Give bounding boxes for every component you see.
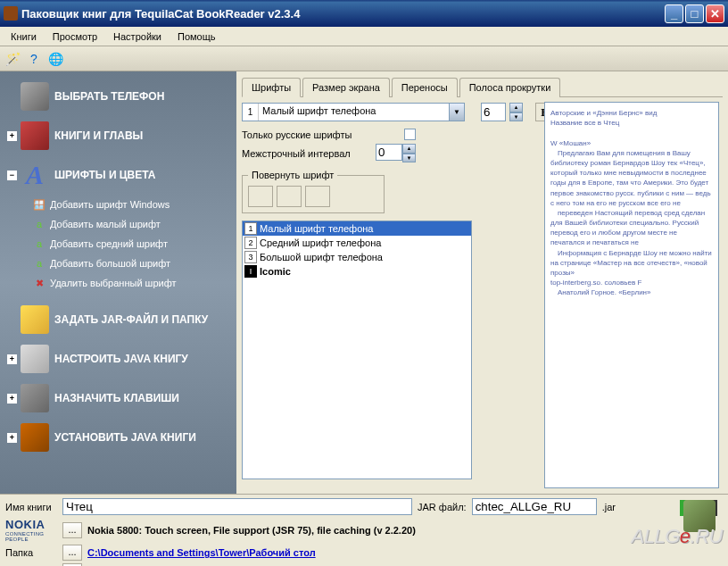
font-list-item[interactable]: 2 Средний шрифт телефона — [243, 236, 471, 250]
expand-icon[interactable]: + — [7, 433, 17, 443]
windows-icon: 🪟 — [32, 197, 46, 212]
sidebar-sub-delete-font[interactable]: ✖ Удалить выбранный шрифт — [0, 273, 236, 293]
preview-line: Авторские и «Дэнни Бернс» вид — [550, 108, 713, 118]
font-badge: 1 — [244, 222, 257, 235]
phone-browse-button[interactable]: ... — [62, 522, 82, 538]
tab-hyphenation[interactable]: Переносы — [392, 78, 458, 97]
books-icon — [21, 121, 49, 150]
toolbar-world-icon[interactable]: 🌐 — [46, 50, 64, 68]
expand-icon[interactable]: + — [7, 131, 17, 141]
book-name-label: Имя книги — [5, 502, 57, 512]
expand-icon[interactable]: + — [7, 354, 17, 364]
install-icon — [21, 423, 49, 452]
jar-name-input[interactable] — [472, 498, 597, 515]
rotate-option-2[interactable] — [277, 186, 302, 207]
toolbar-help-icon[interactable]: ? — [25, 50, 43, 68]
book-name-input[interactable] — [62, 498, 412, 515]
line-spacing-spinner[interactable]: ▲▼ — [402, 144, 416, 162]
only-russian-checkbox[interactable] — [404, 129, 416, 140]
tab-scrollbar[interactable]: Полоса прокрутки — [459, 78, 561, 97]
jar-label: JAR файл: — [418, 502, 467, 512]
sidebar-sub-add-large-font[interactable]: a Добавить большой шрифт — [0, 254, 236, 273]
sidebar-item-install[interactable]: + УСТАНОВИТЬ JAVA КНИГИ — [0, 418, 236, 457]
sidebar-item-books[interactable]: + КНИГИ И ГЛАВЫ — [0, 116, 236, 155]
font-dropdown[interactable]: 1 Малый шрифт телефона ▼ — [242, 103, 465, 121]
font-size-spinner[interactable]: ▲▼ — [509, 103, 523, 121]
font-list-label: Малый шрифт телефона — [260, 223, 373, 234]
sidebar-item-keys[interactable]: + НАЗНАЧИТЬ КЛАВИШИ — [0, 379, 236, 418]
preview-line: Название все в Чтец — [550, 118, 713, 128]
sidebar-item-jar[interactable]: ЗАДАТЬ JAR-ФАЙЛ И ПАПКУ — [0, 300, 236, 339]
font-list-label: Icomic — [260, 266, 291, 277]
titlebar: Паковщик книг для TequilaCat BookReader … — [0, 0, 728, 27]
close-button[interactable]: ✕ — [706, 4, 724, 23]
sidebar-label: ВЫБРАТЬ ТЕЛЕФОН — [54, 90, 164, 103]
sidebar: ВЫБРАТЬ ТЕЛЕФОН + КНИГИ И ГЛАВЫ − A ШРИФ… — [0, 71, 236, 494]
rotate-legend: Повернуть шрифт — [248, 170, 337, 180]
sidebar-sub-add-small-font[interactable]: a Добавить малый шрифт — [0, 214, 236, 234]
folder-browse-button[interactable]: ... — [62, 545, 82, 561]
folder-label: Папка — [5, 547, 57, 558]
preview-line: Информация с Бернарде Шоу не можно найти… — [550, 248, 713, 279]
font-list-label: Большой шрифт телефона — [260, 252, 383, 262]
sidebar-sub-label: Добавить большой шрифт — [50, 258, 170, 269]
jar-ext: .jar — [602, 502, 616, 512]
font-list-item[interactable]: 3 Большой шрифт телефона — [243, 250, 471, 264]
preview-line: W «Мошан» — [550, 138, 713, 148]
nokia-logo: NOKIA — [5, 518, 57, 531]
preview-pane: Авторские и «Дэнни Бернс» вид Название в… — [544, 102, 719, 488]
folder-icon — [21, 305, 49, 334]
tab-screen-size[interactable]: Размер экрана — [302, 78, 390, 97]
preview-line: переведен Настоящий перевод сред сделан … — [550, 208, 713, 248]
sidebar-item-fonts[interactable]: − A ШРИФТЫ И ЦВЕТА — [0, 155, 236, 195]
menu-settings[interactable]: Настройки — [106, 29, 169, 44]
minimize-button[interactable]: _ — [665, 4, 683, 23]
toolbar: 🪄 ? 🌐 — [0, 46, 728, 71]
sidebar-item-java[interactable]: + НАСТРОИТЬ JAVA КНИГУ — [0, 339, 236, 379]
collapse-icon[interactable]: − — [7, 171, 17, 180]
rotate-option-3[interactable] — [305, 186, 330, 207]
expand-icon[interactable]: + — [7, 394, 17, 404]
font-badge: 3 — [244, 251, 257, 263]
tab-fonts[interactable]: Шрифты — [242, 78, 301, 97]
sidebar-label: КНИГИ И ГЛАВЫ — [54, 129, 143, 142]
sidebar-sub-add-medium-font[interactable]: a Добавить средний шрифт — [0, 234, 236, 254]
menu-help[interactable]: Помощь — [170, 29, 223, 44]
java-icon — [21, 345, 49, 373]
line-spacing-input[interactable] — [376, 144, 402, 161]
sidebar-sub-label: Добавить средний шрифт — [50, 238, 168, 249]
sidebar-item-phone[interactable]: ВЫБРАТЬ ТЕЛЕФОН — [0, 77, 236, 116]
tabs: Шрифты Размер экрана Переносы Полоса про… — [242, 77, 723, 97]
font-size-input[interactable] — [481, 103, 506, 121]
sidebar-label: НАЗНАЧИТЬ КЛАВИШИ — [54, 392, 179, 404]
font-list-item[interactable]: I Icomic — [243, 264, 471, 279]
delete-icon: ✖ — [32, 276, 46, 290]
font-list[interactable]: 1 Малый шрифт телефона 2 Средний шрифт т… — [242, 221, 472, 479]
menu-view[interactable]: Просмотр — [46, 29, 104, 44]
font-selected-text: Малый шрифт телефона — [259, 104, 449, 121]
sidebar-label: НАСТРОИТЬ JAVA КНИГУ — [54, 353, 188, 365]
toolbar-wizard-icon[interactable]: 🪄 — [4, 50, 21, 68]
maximize-button[interactable]: □ — [685, 4, 704, 23]
font-list-label: Средний шрифт телефона — [260, 237, 381, 248]
app-icon — [4, 6, 18, 21]
menu-books[interactable]: Книги — [4, 29, 44, 44]
small-font-icon: a — [32, 217, 46, 231]
chevron-down-icon[interactable]: ▼ — [449, 104, 464, 121]
sidebar-label: ШРИФТЫ И ЦВЕТА — [54, 169, 156, 181]
line-spacing-label: Межстрочный интервал — [242, 148, 351, 159]
folder-path-link[interactable]: C:\Documents and Settings\Tower\Рабочий … — [87, 547, 316, 558]
bottom-panel: Имя книги JAR файл: .jar NOKIA CONNECTIN… — [0, 494, 728, 566]
build-book-icon[interactable] — [683, 500, 716, 532]
font-badge: 2 — [244, 237, 257, 249]
sidebar-sub-add-windows-font[interactable]: 🪟 Добавить шрифт Windows — [0, 195, 236, 214]
large-font-icon: a — [32, 256, 46, 271]
preview-line: tоp-interberg.so. соловьев F — [550, 278, 713, 287]
rotate-option-1[interactable] — [248, 186, 273, 207]
font-index: 1 — [243, 104, 259, 121]
nokia-tagline: CONNECTING PEOPLE — [5, 531, 57, 542]
medium-font-icon: a — [32, 237, 46, 251]
sidebar-label: ЗАДАТЬ JAR-ФАЙЛ И ПАПКУ — [54, 313, 208, 326]
font-list-item[interactable]: 1 Малый шрифт телефона — [243, 221, 471, 236]
sidebar-sub-label: Добавить шрифт Windows — [50, 199, 170, 210]
